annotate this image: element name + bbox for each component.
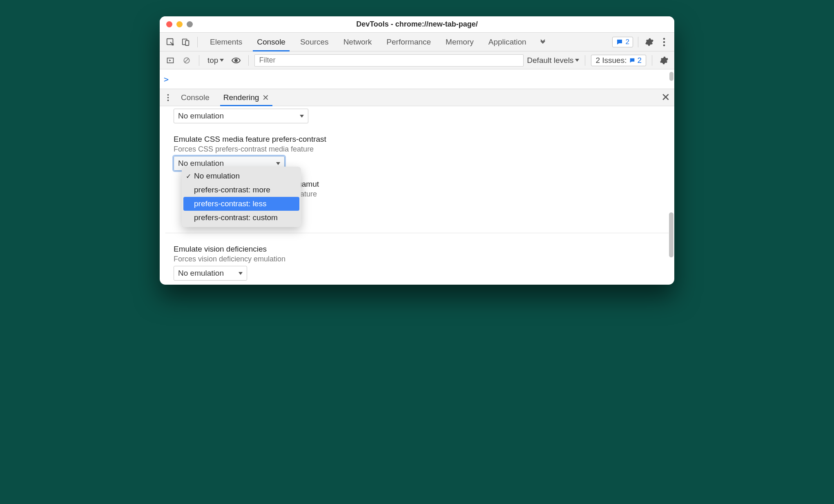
- tab-console[interactable]: Console: [250, 33, 293, 51]
- svg-point-3: [663, 38, 665, 40]
- close-window-button[interactable]: [166, 21, 172, 27]
- divider: [652, 55, 652, 66]
- option-label: prefers-contrast: custom: [194, 213, 278, 222]
- scrollbar[interactable]: [669, 72, 673, 81]
- inspect-element-icon[interactable]: [164, 36, 177, 49]
- section-desc: Forces CSS prefers-contrast media featur…: [174, 145, 669, 154]
- caret-down-icon: [220, 59, 224, 62]
- tab-label: Console: [257, 38, 285, 47]
- tab-memory[interactable]: Memory: [438, 33, 481, 51]
- devtools-window: DevTools - chrome://new-tab-page/ Elemen…: [160, 16, 674, 285]
- divider: [199, 55, 199, 66]
- scrollbar[interactable]: [669, 212, 673, 257]
- divider: [585, 55, 585, 66]
- select-value: No emulation: [178, 112, 224, 120]
- titlebar: DevTools - chrome://new-tab-page/: [160, 16, 674, 33]
- context-selector[interactable]: top: [205, 56, 226, 65]
- dropdown-option-highlighted[interactable]: prefers-contrast: less: [183, 197, 299, 211]
- prefers-contrast-dropdown: ✓ No emulation prefers-contrast: more pr…: [182, 167, 301, 227]
- toggle-sidebar-icon[interactable]: [164, 54, 177, 67]
- issues-label: 2 Issues:: [595, 56, 627, 65]
- svg-rect-2: [185, 40, 189, 45]
- tab-network[interactable]: Network: [336, 33, 379, 51]
- caret-down-icon: [300, 115, 304, 118]
- option-label: No emulation: [194, 172, 240, 181]
- main-toolbar: Elements Console Sources Network Perform…: [160, 33, 674, 51]
- context-label: top: [207, 56, 218, 65]
- console-toolbar: top Default levels 2 Issues: 2: [160, 51, 674, 69]
- prompt-symbol: >: [164, 74, 169, 84]
- svg-point-9: [167, 94, 169, 96]
- maximize-window-button[interactable]: [187, 21, 193, 27]
- settings-icon[interactable]: [643, 36, 656, 48]
- tab-label: Application: [488, 38, 526, 47]
- svg-point-10: [167, 97, 169, 98]
- section-prefers-contrast: Emulate CSS media feature prefers-contra…: [165, 135, 669, 154]
- option-label: prefers-contrast: less: [194, 199, 266, 208]
- divider: [638, 37, 638, 47]
- drawer-tab-label: Rendering: [223, 93, 259, 102]
- close-drawer-icon[interactable]: ✕: [661, 91, 670, 104]
- filter-input[interactable]: [254, 54, 524, 67]
- emulation-select-generic[interactable]: No emulation: [174, 109, 308, 123]
- more-tabs-icon[interactable]: [536, 36, 549, 49]
- main-tabs: Elements Console Sources Network Perform…: [203, 33, 534, 51]
- divider: [248, 55, 249, 66]
- drawer-tabs: Console Rendering ✕ ✕: [160, 89, 674, 106]
- chat-icon: [616, 38, 623, 46]
- chat-icon: [629, 57, 636, 64]
- kebab-menu-icon[interactable]: [658, 36, 670, 48]
- drawer-tab-rendering[interactable]: Rendering ✕: [218, 89, 275, 106]
- svg-point-8: [234, 59, 238, 62]
- log-levels-selector[interactable]: Default levels: [527, 56, 579, 65]
- tab-label: Memory: [446, 38, 474, 47]
- issues-count: 2: [637, 56, 642, 65]
- dropdown-option[interactable]: prefers-contrast: more: [182, 183, 301, 197]
- section-vision-deficiencies: Emulate vision deficiencies Forces visio…: [165, 245, 669, 263]
- close-tab-icon[interactable]: ✕: [262, 93, 269, 103]
- drawer-menu-icon[interactable]: [163, 91, 173, 104]
- tab-label: Network: [343, 38, 372, 47]
- device-toggle-icon[interactable]: [179, 36, 192, 49]
- tab-application[interactable]: Application: [481, 33, 534, 51]
- chat-count: 2: [626, 38, 629, 46]
- vision-deficiency-select[interactable]: No emulation: [174, 266, 247, 281]
- chat-badge[interactable]: 2: [612, 37, 633, 47]
- drawer-tab-console[interactable]: Console: [175, 89, 215, 106]
- check-icon: ✓: [186, 172, 191, 180]
- issues-button[interactable]: 2 Issues: 2: [591, 55, 646, 66]
- live-expression-icon[interactable]: [230, 54, 243, 67]
- tab-label: Elements: [210, 38, 242, 47]
- levels-label: Default levels: [527, 56, 573, 65]
- section-title: Emulate CSS media feature prefers-contra…: [174, 135, 669, 144]
- caret-down-icon: [276, 162, 280, 165]
- section-title: Emulate vision deficiencies: [174, 245, 669, 254]
- dropdown-option[interactable]: ✓ No emulation: [182, 169, 301, 183]
- svg-point-4: [663, 41, 665, 43]
- clear-console-icon[interactable]: [180, 54, 193, 67]
- tab-label: Performance: [386, 38, 431, 47]
- tab-label: Sources: [300, 38, 329, 47]
- minimize-window-button[interactable]: [176, 21, 183, 27]
- divider: [165, 233, 669, 233]
- divider: [197, 37, 198, 47]
- dropdown-option[interactable]: prefers-contrast: custom: [182, 211, 301, 225]
- tab-performance[interactable]: Performance: [379, 33, 438, 51]
- rendering-panel: No emulation Emulate CSS media feature p…: [160, 106, 674, 285]
- caret-down-icon: [575, 59, 579, 62]
- console-settings-icon[interactable]: [658, 54, 670, 67]
- caret-down-icon: [239, 272, 243, 275]
- svg-point-5: [663, 44, 665, 46]
- drawer-tab-label: Console: [181, 93, 210, 102]
- window-title: DevTools - chrome://new-tab-page/: [165, 20, 669, 29]
- svg-point-11: [167, 99, 169, 101]
- tab-sources[interactable]: Sources: [293, 33, 336, 51]
- traffic-lights: [166, 21, 193, 27]
- section-desc: Forces vision deficiency emulation: [174, 255, 669, 263]
- tab-elements[interactable]: Elements: [203, 33, 250, 51]
- select-value: No emulation: [178, 269, 224, 278]
- option-label: prefers-contrast: more: [194, 185, 270, 194]
- console-prompt[interactable]: >: [160, 69, 674, 89]
